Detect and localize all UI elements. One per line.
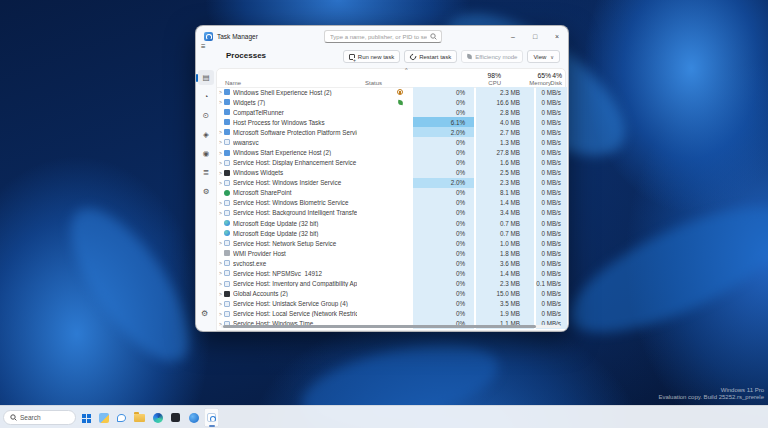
taskbar-chat-button[interactable] (114, 408, 129, 427)
taskbar-edge-button[interactable] (150, 408, 165, 427)
cpu-cell: 0% (413, 218, 474, 228)
maximize-button[interactable]: □ (524, 26, 546, 46)
expand-chevron-icon[interactable]: > (217, 160, 224, 166)
memory-total: 65% (537, 72, 551, 79)
sidebar-item-performance[interactable]: ◔ (198, 89, 214, 104)
memory-cell: 4.0 MB (476, 117, 534, 127)
close-button[interactable]: × (546, 26, 568, 46)
memory-cell: 3.4 MB (476, 208, 534, 218)
expand-chevron-icon[interactable]: > (217, 200, 224, 206)
expand-chevron-icon[interactable]: > (217, 281, 224, 287)
process-row[interactable]: > Service Host: Local Service (Network R… (217, 309, 567, 319)
expand-chevron-icon[interactable]: > (217, 170, 224, 176)
sidebar-item-startup-apps[interactable]: ◈ (198, 127, 214, 142)
bloom-petal (50, 191, 211, 379)
cpu-cell: 0% (413, 278, 474, 288)
process-row[interactable]: > Global Accounts (2) 0% 15.0 MB 0 MB/s (217, 289, 567, 299)
column-header-memory[interactable]: Memory (529, 80, 551, 86)
expand-chevron-icon[interactable]: > (217, 129, 224, 135)
window-titlebar[interactable]: Task Manager – □ × (196, 26, 568, 47)
process-row[interactable]: > Service Host: NPSMSvc_14912 0% 1.4 MB … (217, 268, 567, 278)
sidebar-item-users[interactable]: ◉ (198, 146, 214, 161)
restart-task-button[interactable]: Restart task (404, 50, 457, 63)
process-name: Service Host: Background Intelligent Tra… (233, 209, 357, 216)
horizontal-scrollbar[interactable] (221, 325, 561, 328)
sidebar-item-processes[interactable]: ▤ (198, 70, 214, 85)
hamburger-menu-button[interactable]: ≡ (201, 43, 206, 51)
process-name: svchost.exe (233, 260, 357, 267)
process-row[interactable]: > Service Host: Windows Insider Service … (217, 178, 567, 188)
expand-chevron-icon[interactable]: > (217, 291, 224, 297)
expand-chevron-icon[interactable]: > (217, 260, 224, 266)
process-row[interactable]: > Service Host: Windows Biometric Servic… (217, 198, 567, 208)
sidebar-item-app-history[interactable]: ⊙ (198, 108, 214, 123)
column-header-status[interactable]: Status (365, 80, 382, 86)
process-row[interactable]: Microsoft Edge Update (32 bit) 0% 0.7 MB… (217, 228, 567, 238)
nav-icon: ⊙ (203, 112, 209, 120)
process-row[interactable]: > svchost.exe 0% 3.6 MB 0 MB/s (217, 258, 567, 268)
scrollbar-thumb[interactable] (223, 325, 536, 328)
process-icon (224, 150, 230, 156)
process-row[interactable]: > Microsoft Software Protection Platform… (217, 127, 567, 137)
process-row[interactable]: > Service Host: Unistack Service Group (… (217, 299, 567, 309)
process-row[interactable]: Microsoft Edge Update (32 bit) 0% 0.7 MB… (217, 218, 567, 228)
process-row[interactable]: > Service Host: Display Enhancement Serv… (217, 158, 567, 168)
process-row[interactable]: CompatTelRunner 0% 2.8 MB 0 MB/s (217, 107, 567, 117)
expand-chevron-icon[interactable]: > (217, 150, 224, 156)
process-row[interactable]: > Service Host: Inventory and Compatibil… (217, 278, 567, 288)
expand-chevron-icon[interactable]: > (217, 270, 224, 276)
sidebar-item-services[interactable]: ⚙ (198, 184, 214, 199)
expand-chevron-icon[interactable]: > (217, 99, 224, 105)
disk-cell: 0 MB/s (536, 258, 567, 268)
status-cell (357, 268, 413, 278)
status-cell (357, 299, 413, 309)
process-row[interactable]: Host Process for Windows Tasks 6.1% 4.0 … (217, 117, 567, 127)
process-row[interactable]: Microsoft SharePoint 0% 8.1 MB 0 MB/s (217, 188, 567, 198)
task-manager-search-input[interactable] (324, 30, 442, 43)
taskbar-task-manager-button[interactable] (204, 408, 219, 427)
process-row[interactable]: > Widgets (7) 0% 16.6 MB 0 MB/s (217, 97, 567, 107)
taskbar-store-button[interactable] (186, 408, 201, 427)
expand-chevron-icon[interactable]: > (217, 180, 224, 186)
taskbar-search-button[interactable]: Search (3, 410, 76, 425)
process-row[interactable]: > wwansvc 0% 1.3 MB 0 MB/s (217, 137, 567, 147)
expand-chevron-icon[interactable]: > (217, 311, 224, 317)
restart-icon (409, 52, 417, 60)
cpu-cell: 0% (413, 188, 474, 198)
taskbar-file-explorer-button[interactable] (132, 408, 147, 427)
expand-chevron-icon[interactable]: > (217, 210, 224, 216)
process-row[interactable]: > Windows Shell Experience Host (2) 0% 2… (217, 87, 567, 97)
chevron-down-icon: ∨ (550, 54, 554, 60)
memory-cell: 0.7 MB (476, 228, 534, 238)
efficiency-mode-button[interactable]: Efficiency mode (461, 50, 523, 63)
sidebar-item-details[interactable]: ≣ (198, 165, 214, 180)
expand-chevron-icon[interactable]: > (217, 301, 224, 307)
process-row[interactable]: WMI Provider Host 0% 1.8 MB 0 MB/s (217, 248, 567, 258)
view-dropdown-button[interactable]: View ∨ (527, 50, 560, 63)
disk-cell: 0 MB/s (536, 248, 567, 258)
process-icon (224, 250, 230, 256)
column-header-name[interactable]: Name (225, 80, 241, 86)
process-row[interactable]: > Windows Widgets 0% 2.5 MB 0 MB/s (217, 168, 567, 178)
taskbar-start-button[interactable] (78, 408, 93, 427)
taskbar-widgets-button[interactable] (96, 408, 111, 427)
run-new-task-button[interactable]: Run new task (343, 50, 400, 63)
process-row[interactable]: > Service Host: Network Setup Service 0%… (217, 238, 567, 248)
process-row[interactable]: > Windows Start Experience Host (2) 0% 2… (217, 147, 567, 157)
bloom-petal (554, 183, 768, 357)
process-name: Service Host: Windows Biometric Service (233, 199, 357, 206)
process-row[interactable]: > Service Host: Background Intelligent T… (217, 208, 567, 218)
expand-chevron-icon[interactable]: > (217, 89, 224, 95)
expand-chevron-icon[interactable]: > (217, 240, 224, 246)
taskbar-app-dark-button[interactable] (168, 408, 183, 427)
column-header-cpu[interactable]: CPU (488, 80, 501, 86)
memory-cell: 1.0 MB (476, 238, 534, 248)
cpu-cell: 0% (413, 168, 474, 178)
minimize-button[interactable]: – (502, 26, 524, 46)
expand-chevron-icon[interactable]: > (217, 139, 224, 145)
column-header-disk[interactable]: Disk (550, 80, 562, 86)
memory-cell: 8.1 MB (476, 188, 534, 198)
cpu-cell: 0% (413, 147, 474, 157)
settings-gear-icon[interactable]: ⚙ (201, 309, 208, 318)
status-cell (357, 278, 413, 288)
